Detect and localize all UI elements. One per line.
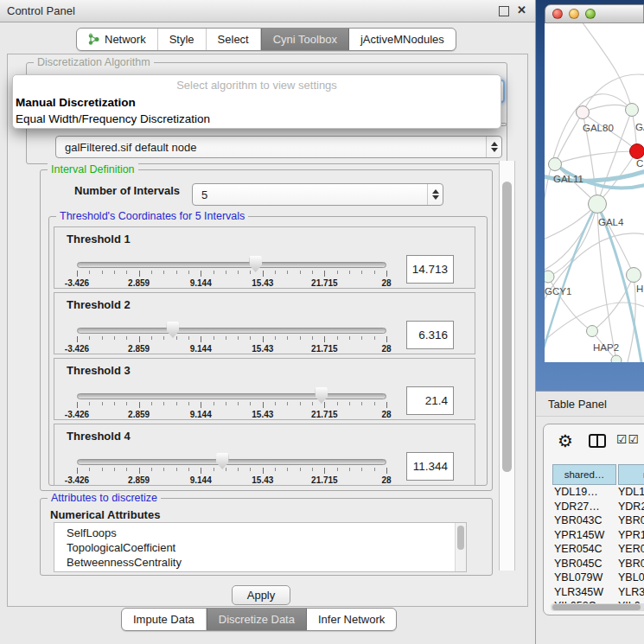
- close-icon[interactable]: ✕: [517, 3, 526, 16]
- tick-mark: [250, 271, 251, 274]
- attributes-group-title: Attributes to discretize: [48, 492, 161, 504]
- gear-icon[interactable]: ⚙: [558, 430, 573, 452]
- tab-infer-network[interactable]: Infer Network: [307, 609, 396, 630]
- threshold-value-field[interactable]: 21.4: [406, 386, 454, 415]
- attribute-item[interactable]: SelfLoops: [54, 523, 466, 540]
- network-node[interactable]: [589, 195, 607, 214]
- algorithm-option[interactable]: Manual Discretization: [13, 94, 501, 111]
- tick-label: 21.715: [311, 344, 338, 354]
- slider-track[interactable]: [77, 262, 386, 268]
- tick-label: 15.43: [252, 278, 273, 288]
- threshold-label: Threshold 4: [67, 430, 131, 443]
- slider-track[interactable]: [77, 393, 386, 399]
- threshold-value-field[interactable]: 11.344: [406, 452, 454, 481]
- tick-mark: [263, 468, 264, 474]
- attribute-item[interactable]: TopologicalCoefficient: [54, 540, 466, 555]
- table-data-combobox[interactable]: galFiltered.sif default node: [55, 136, 502, 158]
- tick-mark: [238, 468, 239, 471]
- slider-ticks: [77, 336, 386, 343]
- table-row[interactable]: YBL079WYBL0: [552, 571, 644, 586]
- network-edge[interactable]: [628, 275, 635, 362]
- tab-discretize-data[interactable]: Discretize Data: [207, 609, 307, 630]
- threshold-slider[interactable]: -3.4262.8599.14415.4321.71528: [77, 456, 386, 483]
- cell-shared-name: YBL079W: [552, 571, 618, 586]
- network-node-label: GAL80: [583, 123, 614, 133]
- threshold-slider[interactable]: -3.4262.8599.14415.4321.71528: [77, 390, 386, 418]
- tick-mark: [89, 271, 90, 274]
- tick-mark: [226, 336, 226, 340]
- network-edge[interactable]: [583, 105, 632, 112]
- table-hscrollbar[interactable]: [551, 603, 644, 611]
- network-node[interactable]: [627, 268, 641, 283]
- network-edge[interactable]: [545, 204, 597, 241]
- tab-cyni-toolbox[interactable]: Cyni Toolbox: [261, 29, 349, 50]
- number-of-intervals-combobox[interactable]: 5: [192, 183, 443, 206]
- checkbox-icons[interactable]: ☑☑: [616, 432, 640, 446]
- network-edge[interactable]: [579, 23, 632, 110]
- tick-mark: [163, 402, 164, 405]
- network-node[interactable]: [626, 104, 639, 117]
- tick-mark: [337, 336, 338, 340]
- network-node[interactable]: [545, 271, 554, 283]
- network-node[interactable]: [577, 106, 590, 119]
- network-window-titlebar[interactable]: [545, 4, 644, 23]
- tick-mark: [214, 271, 214, 274]
- apply-button[interactable]: Apply: [232, 585, 290, 605]
- threshold-slider[interactable]: -3.4262.8599.14415.4321.71528: [77, 258, 386, 286]
- tab-jactivemnodules[interactable]: jActiveMNodules: [349, 29, 456, 50]
- minimize-traffic-light-icon[interactable]: [569, 9, 579, 19]
- table-panel-inner: ⚙ ☑☑ shared… na YDL19…YDL1YDR27…YDR2YBR0…: [543, 424, 644, 615]
- table-row[interactable]: YDR27…YDR2: [552, 501, 644, 515]
- network-edge[interactable]: [545, 303, 644, 345]
- table-row[interactable]: YBR045CYBR0: [552, 558, 644, 572]
- numerical-attributes-list[interactable]: SelfLoopsTopologicalCoefficientBetweenne…: [54, 522, 467, 572]
- network-edge[interactable]: [548, 277, 592, 331]
- network-canvas[interactable]: GAL80GACGAL11GAL4GCY1HHAP2: [545, 23, 644, 362]
- control-panel-titlebar: Control Panel ✕: [0, 0, 535, 22]
- column-header-name[interactable]: na: [618, 464, 644, 485]
- attributes-scrollbar[interactable]: [455, 523, 466, 571]
- tick-mark: [312, 271, 313, 274]
- panel-scrollbar-thumb[interactable]: [502, 182, 512, 472]
- table-row[interactable]: YER054CYER0: [552, 543, 644, 558]
- algorithm-option[interactable]: Equal Width/Frequency Discretization: [13, 111, 501, 127]
- network-edge[interactable]: [548, 204, 597, 277]
- slider-track[interactable]: [77, 459, 386, 465]
- cell-shared-name: YDR27…: [552, 501, 618, 515]
- network-node[interactable]: [611, 355, 622, 362]
- screen: Control Panel ✕ NetworkStyleSelectCyni T…: [0, 0, 644, 644]
- tick-mark: [361, 271, 362, 274]
- network-edge[interactable]: [555, 151, 637, 164]
- column-view-icon[interactable]: [589, 434, 606, 448]
- table-row[interactable]: YDL19…YDL1: [552, 486, 644, 501]
- network-node[interactable]: [549, 158, 562, 171]
- threshold-slider[interactable]: -3.4262.8599.14415.4321.71528: [77, 324, 386, 352]
- tick-mark: [214, 336, 214, 340]
- tick-mark: [275, 336, 276, 340]
- close-traffic-light-icon[interactable]: [552, 9, 563, 19]
- tab-network[interactable]: Network: [77, 29, 158, 50]
- network-node[interactable]: [587, 326, 598, 337]
- column-header-shared[interactable]: shared…: [552, 464, 616, 485]
- tab-select[interactable]: Select: [207, 29, 261, 50]
- table-hscrollbar-thumb[interactable]: [552, 604, 641, 610]
- threshold-value-field[interactable]: 6.316: [406, 321, 454, 349]
- panel-scrollbar[interactable]: [499, 161, 515, 571]
- network-node[interactable]: [630, 144, 644, 159]
- tick-label: 2.859: [128, 475, 150, 485]
- attributes-scrollbar-thumb[interactable]: [457, 526, 464, 550]
- threshold-value-field[interactable]: 14.713: [406, 255, 454, 284]
- cell-name: YBL0: [618, 571, 644, 586]
- table-row[interactable]: YLR345WYLR3: [552, 586, 644, 601]
- float-panel-icon[interactable]: [499, 6, 509, 16]
- cell-name: YDR2: [618, 501, 644, 515]
- table-row[interactable]: YPR145WYPR1: [552, 529, 644, 544]
- attribute-item[interactable]: BetweennessCentrality: [54, 555, 466, 570]
- slider-ticks: [77, 271, 386, 277]
- table-data-combobox-value: galFiltered.sif default node: [56, 137, 486, 157]
- table-row[interactable]: YBR043CYBR0: [552, 514, 644, 529]
- tab-impute-data[interactable]: Impute Data: [122, 609, 207, 630]
- zoom-traffic-light-icon[interactable]: [585, 9, 596, 19]
- tab-style[interactable]: Style: [158, 29, 207, 50]
- slider-track[interactable]: [77, 328, 386, 334]
